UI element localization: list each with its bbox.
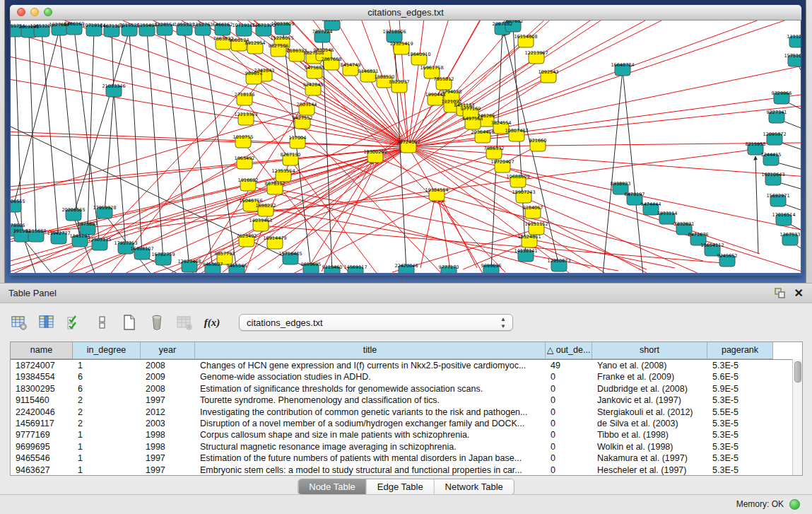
table-row[interactable]: 946362711997Embryonic stem cells: a mode…: [11, 465, 802, 476]
graph-node-label: 8522037: [389, 79, 410, 85]
cell-pagerank: 5.3E-5: [707, 418, 773, 429]
cell-short: Stergiakouli et al. (2012): [592, 407, 707, 418]
table-row[interactable]: 2242004622012Investigating the contribut…: [11, 407, 802, 418]
cell-year: 1997: [141, 452, 195, 464]
graph-node-label: 20364456: [471, 129, 494, 135]
graph-node-label: 9777169: [461, 106, 481, 112]
graph-node-label: 1115688: [26, 228, 47, 234]
column-header-2[interactable]: year: [141, 342, 195, 359]
graph-node-label: 19384554: [425, 187, 448, 193]
graph-node-label: 9184067: [523, 205, 543, 211]
graph-node-label: 15226055: [270, 35, 293, 41]
graph-node-label: 7832621: [674, 221, 695, 227]
cell-pagerank: 5.3E-5: [707, 360, 773, 371]
graph-node-label: 9827506: [269, 43, 289, 49]
status-bar: Memory: OK: [0, 494, 812, 514]
graph-node-label: 8813054: [322, 21, 343, 23]
cell-name: 18300295: [11, 383, 73, 395]
column-header-0[interactable]: name: [11, 342, 73, 359]
graph-node-label: 9699696: [481, 263, 502, 269]
table-settings-icon[interactable]: [10, 313, 28, 332]
column-header-4[interactable]: △ out_de...: [546, 342, 592, 359]
memory-ok-indicator[interactable]: [789, 499, 800, 510]
select-rows-icon[interactable]: [65, 313, 83, 332]
row-height-icon[interactable]: [93, 313, 111, 332]
graph-node-label: 18640910: [407, 52, 430, 57]
graph-node-label: 18300295: [363, 149, 387, 155]
function-builder-icon[interactable]: f(x): [203, 313, 221, 332]
graph-node-label: 9465546: [227, 263, 247, 269]
cell-name: 9463627: [11, 465, 73, 476]
table-row[interactable]: 946554611997Estimation of the future num…: [11, 452, 802, 464]
table-row[interactable]: 1938455462009Genome-wide association stu…: [11, 371, 802, 382]
table-select-dropdown[interactable]: citations_edges.txt ▲▼: [239, 314, 513, 331]
table-row[interactable]: 977716911998Corpus callosum shape and si…: [11, 429, 802, 440]
column-header-3[interactable]: title: [195, 342, 546, 359]
cell-name: 22420046: [11, 407, 73, 418]
column-header-1[interactable]: in_degree: [73, 342, 141, 359]
citation-network-graph[interactable]: 4355724206914110653287152760264661601071…: [11, 21, 801, 273]
tab-node-table[interactable]: Node Table: [298, 479, 366, 494]
float-window-icon[interactable]: [774, 287, 786, 299]
column-header-5[interactable]: short: [592, 342, 707, 359]
tab-edge-table[interactable]: Edge Table: [366, 479, 434, 494]
graph-node-label: 14569117: [343, 264, 367, 270]
graph-node-label: 16210643: [761, 172, 784, 177]
show-column-icon[interactable]: [37, 313, 56, 332]
cell-title: Structural magnetic resonance image aver…: [195, 441, 546, 452]
graph-node-label: 1055329: [175, 22, 195, 28]
table-row[interactable]: 1872400712008Changes of HCN gene express…: [11, 360, 802, 371]
network-window: citations_edges.txt 43557242069141106532…: [9, 4, 802, 276]
cell-out: 0: [546, 465, 592, 476]
graph-node-label: 9242845: [303, 82, 324, 88]
node-table[interactable]: namein_degreeyeartitle△ out_de...shortpa…: [10, 341, 803, 476]
graph-node-label: 8128554: [155, 22, 175, 28]
cell-out: 0: [546, 429, 592, 440]
app-left-edge: [0, 0, 5, 283]
graph-node-label: 1111230: [787, 34, 801, 40]
graph-node-label: 1698222: [256, 203, 276, 209]
cell-out: 0: [546, 395, 592, 406]
new-table-icon[interactable]: [120, 313, 139, 332]
column-header-6[interactable]: pagerank: [707, 342, 773, 359]
network-view-canvas[interactable]: 4355724206914110653287152760264661601071…: [11, 21, 801, 273]
app-right-edge: [806, 0, 812, 283]
graph-node-label: 12213363: [234, 112, 257, 117]
graph-node-label: 3824554: [491, 120, 512, 126]
cell-title: Corpus callosum shape and size in male p…: [195, 429, 546, 440]
graph-node-label: 13942737: [47, 230, 70, 236]
table-row[interactable]: 1830029562008Estimation of significance …: [11, 383, 802, 395]
table-row[interactable]: 1456911722003Disruption of a novel membe…: [11, 418, 802, 429]
graph-node-label: 9830546: [314, 47, 334, 53]
graph-node-label: 12353554: [271, 168, 295, 174]
delete-table-icon[interactable]: [148, 313, 166, 332]
graph-node-label: 6466162: [213, 22, 233, 28]
graph-node-label: 1167533: [780, 232, 801, 238]
cell-pagerank: 5.3E-5: [707, 429, 773, 440]
cell-out: 0: [546, 383, 592, 395]
graph-node-label: 17957253: [114, 240, 137, 246]
cell-name: 9777169: [11, 429, 73, 440]
table-vertical-scrollbar[interactable]: [792, 359, 802, 475]
cell-out: 49: [546, 360, 592, 371]
graph-node-label: 9146821: [358, 69, 379, 74]
cell-name: 14569117: [11, 418, 73, 429]
cell-title: Tourette syndrome. Phenomenology and cla…: [195, 395, 546, 406]
cell-name: 9699695: [11, 441, 73, 452]
tab-network-table[interactable]: Network Table: [434, 479, 514, 494]
table-toolbar: f(x) citations_edges.txt ▲▼: [10, 308, 513, 337]
table-row[interactable]: 969969511998Structural magnetic resonanc…: [11, 441, 802, 452]
cell-in_degree: 2: [73, 395, 141, 406]
cell-in_degree: 2: [73, 407, 141, 418]
graph-node-label: 16154808: [514, 34, 537, 40]
graph-node-label: 12950673: [547, 258, 570, 264]
cell-name: 9465546: [11, 452, 73, 464]
network-window-titlebar[interactable]: citations_edges.txt: [10, 5, 801, 21]
close-icon[interactable]: ✕: [794, 288, 804, 299]
scrollbar-thumb[interactable]: [794, 361, 801, 382]
cell-title: Embryonic stem cells: a model to study s…: [195, 465, 546, 476]
cell-title: Estimation of the future numbers of pati…: [195, 452, 546, 464]
cell-year: 2009: [141, 371, 195, 382]
graph-node-label: 12505135: [88, 237, 111, 243]
table-row[interactable]: 911546021997Tourette syndrome. Phenomeno…: [11, 395, 802, 406]
